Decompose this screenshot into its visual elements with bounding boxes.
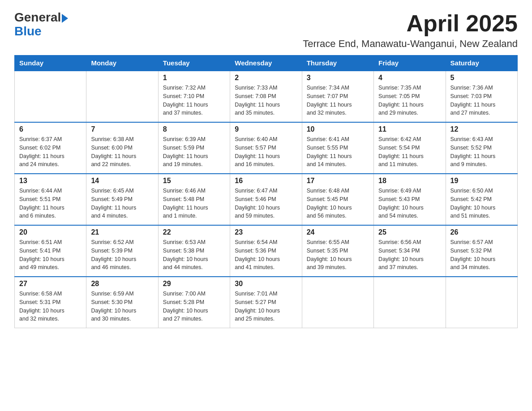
calendar-header-thursday: Thursday (302, 56, 373, 71)
day-number: 6 (19, 125, 82, 133)
calendar-cell: 22Sunrise: 6:53 AM Sunset: 5:38 PM Dayli… (158, 225, 230, 277)
day-number: 3 (307, 74, 369, 82)
day-number: 14 (91, 177, 153, 185)
day-info: Sunrise: 6:52 AM Sunset: 5:39 PM Dayligh… (91, 238, 153, 272)
calendar-cell: 30Sunrise: 7:01 AM Sunset: 5:27 PM Dayli… (230, 277, 302, 328)
day-info: Sunrise: 6:48 AM Sunset: 5:45 PM Dayligh… (307, 187, 369, 220)
day-info: Sunrise: 6:53 AM Sunset: 5:38 PM Dayligh… (163, 238, 225, 272)
week-row-4: 20Sunrise: 6:51 AM Sunset: 5:41 PM Dayli… (15, 225, 518, 277)
page-header: General Blue April 2025 Terrace End, Man… (14, 11, 518, 50)
calendar-table: SundayMondayTuesdayWednesdayThursdayFrid… (14, 55, 518, 328)
calendar-cell: 7Sunrise: 6:38 AM Sunset: 6:00 PM Daylig… (86, 122, 158, 174)
day-number: 27 (19, 280, 82, 288)
calendar-cell: 25Sunrise: 6:56 AM Sunset: 5:34 PM Dayli… (374, 225, 446, 277)
day-info: Sunrise: 7:00 AM Sunset: 5:28 PM Dayligh… (163, 290, 225, 323)
day-number: 13 (19, 177, 82, 185)
calendar-header-friday: Friday (374, 56, 446, 71)
calendar-cell: 1Sunrise: 7:32 AM Sunset: 7:10 PM Daylig… (158, 71, 230, 122)
day-number: 21 (91, 228, 153, 236)
calendar-header-sunday: Sunday (15, 56, 86, 71)
day-info: Sunrise: 6:57 AM Sunset: 5:32 PM Dayligh… (450, 238, 513, 272)
calendar-cell (446, 277, 517, 328)
day-info: Sunrise: 7:01 AM Sunset: 5:27 PM Dayligh… (235, 290, 297, 323)
day-number: 20 (19, 228, 82, 236)
calendar-cell: 14Sunrise: 6:45 AM Sunset: 5:49 PM Dayli… (86, 174, 158, 225)
day-info: Sunrise: 6:58 AM Sunset: 5:31 PM Dayligh… (19, 290, 82, 323)
calendar-cell: 18Sunrise: 6:49 AM Sunset: 5:43 PM Dayli… (374, 174, 446, 225)
calendar-cell: 24Sunrise: 6:55 AM Sunset: 5:35 PM Dayli… (302, 225, 373, 277)
day-number: 10 (307, 125, 369, 133)
week-row-3: 13Sunrise: 6:44 AM Sunset: 5:51 PM Dayli… (15, 174, 518, 225)
day-info: Sunrise: 6:37 AM Sunset: 6:02 PM Dayligh… (19, 135, 82, 169)
calendar-cell: 10Sunrise: 6:41 AM Sunset: 5:55 PM Dayli… (302, 122, 373, 174)
day-info: Sunrise: 6:45 AM Sunset: 5:49 PM Dayligh… (91, 187, 153, 220)
logo-blue: Blue (14, 25, 68, 39)
day-info: Sunrise: 6:51 AM Sunset: 5:41 PM Dayligh… (19, 238, 82, 272)
day-number: 25 (378, 228, 441, 236)
calendar-header-tuesday: Tuesday (158, 56, 230, 71)
day-number: 30 (235, 280, 297, 288)
day-number: 9 (235, 125, 297, 133)
calendar-cell: 20Sunrise: 6:51 AM Sunset: 5:41 PM Dayli… (15, 225, 86, 277)
logo: General Blue (14, 11, 68, 39)
location-title: Terrace End, Manawatu-Wanganui, New Zeal… (303, 38, 518, 50)
day-number: 17 (307, 177, 369, 185)
day-info: Sunrise: 6:47 AM Sunset: 5:46 PM Dayligh… (235, 187, 297, 220)
calendar-header-monday: Monday (86, 56, 158, 71)
day-info: Sunrise: 6:55 AM Sunset: 5:35 PM Dayligh… (307, 238, 369, 272)
calendar-header-row: SundayMondayTuesdayWednesdayThursdayFrid… (15, 56, 518, 71)
day-number: 1 (163, 74, 225, 82)
calendar-header-wednesday: Wednesday (230, 56, 302, 71)
day-info: Sunrise: 6:46 AM Sunset: 5:48 PM Dayligh… (163, 187, 225, 220)
day-number: 28 (91, 280, 153, 288)
day-info: Sunrise: 7:34 AM Sunset: 7:07 PM Dayligh… (307, 84, 369, 117)
day-number: 18 (378, 177, 441, 185)
calendar-cell: 6Sunrise: 6:37 AM Sunset: 6:02 PM Daylig… (15, 122, 86, 174)
day-number: 4 (378, 74, 441, 82)
calendar-cell (15, 71, 86, 122)
day-info: Sunrise: 7:36 AM Sunset: 7:03 PM Dayligh… (450, 84, 513, 117)
day-info: Sunrise: 7:32 AM Sunset: 7:10 PM Dayligh… (163, 84, 225, 117)
day-info: Sunrise: 6:42 AM Sunset: 5:54 PM Dayligh… (378, 135, 441, 169)
day-info: Sunrise: 6:40 AM Sunset: 5:57 PM Dayligh… (235, 135, 297, 169)
day-number: 23 (235, 228, 297, 236)
calendar-cell: 28Sunrise: 6:59 AM Sunset: 5:30 PM Dayli… (86, 277, 158, 328)
calendar-cell: 27Sunrise: 6:58 AM Sunset: 5:31 PM Dayli… (15, 277, 86, 328)
logo-general: General (14, 11, 61, 25)
day-info: Sunrise: 7:33 AM Sunset: 7:08 PM Dayligh… (235, 84, 297, 117)
day-number: 19 (450, 177, 513, 185)
title-block: April 2025 Terrace End, Manawatu-Wanganu… (303, 11, 518, 50)
day-number: 16 (235, 177, 297, 185)
day-number: 24 (307, 228, 369, 236)
calendar-cell: 5Sunrise: 7:36 AM Sunset: 7:03 PM Daylig… (446, 71, 517, 122)
calendar-cell: 19Sunrise: 6:50 AM Sunset: 5:42 PM Dayli… (446, 174, 517, 225)
day-number: 15 (163, 177, 225, 185)
day-info: Sunrise: 6:43 AM Sunset: 5:52 PM Dayligh… (450, 135, 513, 169)
calendar-cell: 29Sunrise: 7:00 AM Sunset: 5:28 PM Dayli… (158, 277, 230, 328)
day-number: 12 (450, 125, 513, 133)
calendar-cell: 4Sunrise: 7:35 AM Sunset: 7:05 PM Daylig… (374, 71, 446, 122)
week-row-2: 6Sunrise: 6:37 AM Sunset: 6:02 PM Daylig… (15, 122, 518, 174)
day-info: Sunrise: 7:35 AM Sunset: 7:05 PM Dayligh… (378, 84, 441, 117)
calendar-cell: 12Sunrise: 6:43 AM Sunset: 5:52 PM Dayli… (446, 122, 517, 174)
day-info: Sunrise: 6:39 AM Sunset: 5:59 PM Dayligh… (163, 135, 225, 169)
calendar-cell: 11Sunrise: 6:42 AM Sunset: 5:54 PM Dayli… (374, 122, 446, 174)
logo-arrow-icon (62, 14, 68, 23)
day-info: Sunrise: 6:54 AM Sunset: 5:36 PM Dayligh… (235, 238, 297, 272)
calendar-cell (302, 277, 373, 328)
day-info: Sunrise: 6:41 AM Sunset: 5:55 PM Dayligh… (307, 135, 369, 169)
day-info: Sunrise: 6:49 AM Sunset: 5:43 PM Dayligh… (378, 187, 441, 220)
calendar-cell: 17Sunrise: 6:48 AM Sunset: 5:45 PM Dayli… (302, 174, 373, 225)
week-row-5: 27Sunrise: 6:58 AM Sunset: 5:31 PM Dayli… (15, 277, 518, 328)
day-info: Sunrise: 6:38 AM Sunset: 6:00 PM Dayligh… (91, 135, 153, 169)
day-number: 5 (450, 74, 513, 82)
day-info: Sunrise: 6:44 AM Sunset: 5:51 PM Dayligh… (19, 187, 82, 220)
day-info: Sunrise: 6:50 AM Sunset: 5:42 PM Dayligh… (450, 187, 513, 220)
day-number: 11 (378, 125, 441, 133)
calendar-cell: 23Sunrise: 6:54 AM Sunset: 5:36 PM Dayli… (230, 225, 302, 277)
calendar-cell: 13Sunrise: 6:44 AM Sunset: 5:51 PM Dayli… (15, 174, 86, 225)
calendar-cell: 9Sunrise: 6:40 AM Sunset: 5:57 PM Daylig… (230, 122, 302, 174)
day-info: Sunrise: 6:56 AM Sunset: 5:34 PM Dayligh… (378, 238, 441, 272)
calendar-cell (374, 277, 446, 328)
day-number: 26 (450, 228, 513, 236)
